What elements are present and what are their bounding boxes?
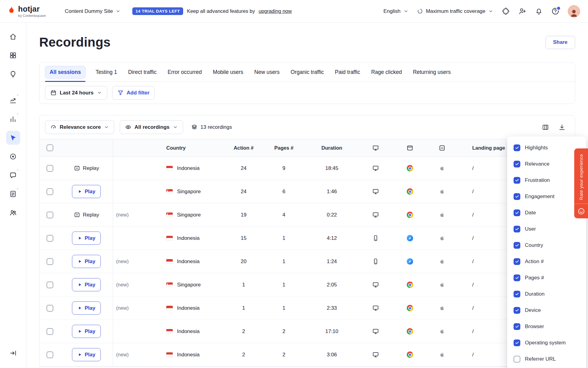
checkbox-checked-icon[interactable] xyxy=(514,339,520,346)
table-row[interactable]: PlaySingapore2461:46/ xyxy=(40,180,575,203)
table-row[interactable]: ReplayIndonesia24918:45/ xyxy=(40,157,575,180)
column-toggle-referrer-url[interactable]: Referrer URL xyxy=(507,351,586,367)
sidebar-item-feedback[interactable] xyxy=(6,168,20,182)
sidebar-collapse-button[interactable] xyxy=(6,346,20,360)
column-toggle-user[interactable]: User xyxy=(507,221,586,237)
checkbox-checked-icon[interactable] xyxy=(514,274,520,281)
column-toggle-country[interactable]: Country xyxy=(507,237,586,253)
sidebar-item-dashboard[interactable] xyxy=(6,48,20,62)
column-toggle-action[interactable]: Action # xyxy=(507,253,586,270)
play-button[interactable]: Play xyxy=(72,232,101,245)
column-toggle-operating-system[interactable]: Operating system xyxy=(507,335,586,351)
column-toggle-device[interactable]: Device xyxy=(507,302,586,318)
row-checkbox[interactable] xyxy=(47,328,53,335)
row-checkbox[interactable] xyxy=(47,258,53,265)
column-header-actions[interactable]: Action # xyxy=(226,139,261,156)
row-checkbox[interactable] xyxy=(47,235,53,242)
checkbox-checked-icon[interactable] xyxy=(514,209,520,216)
sidebar-item-home[interactable] xyxy=(6,29,20,44)
manage-columns-button[interactable] xyxy=(542,124,549,131)
column-header-device[interactable] xyxy=(357,139,394,156)
notifications-button[interactable] xyxy=(535,7,543,15)
tab-rage-clicked[interactable]: Rage clicked xyxy=(370,63,403,82)
row-checkbox[interactable] xyxy=(47,305,53,312)
column-header-country[interactable]: Country xyxy=(160,139,226,156)
checkbox-checked-icon[interactable] xyxy=(514,291,520,297)
play-button[interactable]: Play xyxy=(72,325,101,338)
select-all-checkbox[interactable] xyxy=(47,144,53,151)
checkbox-checked-icon[interactable] xyxy=(514,307,520,314)
account-avatar[interactable] xyxy=(568,5,580,17)
share-button[interactable]: Share xyxy=(545,36,575,49)
site-selector[interactable]: Content Dummy Site xyxy=(65,8,121,14)
recordings-visibility-button[interactable]: All recordings xyxy=(120,120,183,134)
sidebar-item-heatmaps[interactable] xyxy=(6,149,20,163)
row-checkbox[interactable] xyxy=(47,282,53,288)
invite-user-button[interactable] xyxy=(518,7,526,15)
row-checkbox[interactable] xyxy=(47,188,53,195)
row-checkbox[interactable] xyxy=(47,212,53,218)
checkbox-checked-icon[interactable] xyxy=(514,323,520,330)
traffic-coverage-selector[interactable]: Maximum traffic coverage xyxy=(417,8,493,14)
column-header-os[interactable]: OS xyxy=(426,139,458,156)
sidebar-item-insights[interactable] xyxy=(6,67,20,81)
checkbox-checked-icon[interactable] xyxy=(514,242,520,249)
safari-icon xyxy=(407,258,413,265)
replay-button[interactable]: Replay xyxy=(74,165,99,171)
sidebar-item-users[interactable] xyxy=(6,205,20,220)
play-button[interactable]: Play xyxy=(72,255,101,268)
language-selector[interactable]: English xyxy=(383,8,409,14)
play-button[interactable]: Play xyxy=(72,278,101,291)
table-row[interactable]: Play(new)Singapore112:05/ xyxy=(40,273,575,297)
column-header-pages[interactable]: Pages # xyxy=(261,139,307,156)
tab-error-occurred[interactable]: Error occurred xyxy=(167,63,203,82)
column-toggle-browser[interactable]: Browser xyxy=(507,318,586,335)
tab-testing-1[interactable]: Testing 1 xyxy=(95,63,118,82)
checkbox-checked-icon[interactable] xyxy=(514,161,520,167)
checkbox-checked-icon[interactable] xyxy=(514,177,520,184)
download-button[interactable] xyxy=(558,124,566,131)
sidebar-item-funnels[interactable] xyxy=(6,112,20,126)
date-range-button[interactable]: Last 24 hours xyxy=(45,86,107,100)
sidebar-item-recordings[interactable] xyxy=(6,131,20,145)
tab-all-sessions[interactable]: All sessions xyxy=(45,63,85,82)
play-button[interactable]: Play xyxy=(72,185,101,198)
table-row[interactable]: PlayIndonesia1514:12/ xyxy=(40,227,575,250)
feedback-widget[interactable]: Rate your experience xyxy=(574,148,588,218)
hotjar-logo[interactable]: hotjar by Contentsquare xyxy=(7,5,46,17)
add-filter-button[interactable]: Add filter xyxy=(112,86,155,100)
checkbox-checked-icon[interactable] xyxy=(514,226,520,232)
tab-mobile-users[interactable]: Mobile users xyxy=(212,63,244,82)
play-button[interactable]: Play xyxy=(72,348,101,361)
upgrade-link[interactable]: upgrading now xyxy=(258,8,292,14)
sort-by-button[interactable]: Relevance score xyxy=(45,120,114,134)
row-checkbox[interactable] xyxy=(47,165,53,172)
tab-returning-users[interactable]: Returning users xyxy=(412,63,452,82)
sidebar-item-trends[interactable] xyxy=(6,93,20,107)
play-button[interactable]: Play xyxy=(72,301,101,315)
table-row[interactable]: Replay(new)Singapore1940:22/ xyxy=(40,203,575,227)
checkbox-unchecked-icon[interactable] xyxy=(514,356,520,362)
tab-organic-traffic[interactable]: Organic traffic xyxy=(290,63,325,82)
checkbox-checked-icon[interactable] xyxy=(514,258,520,265)
column-header-browser[interactable] xyxy=(394,139,426,156)
tab-new-users[interactable]: New users xyxy=(253,63,281,82)
user-cell xyxy=(113,157,160,180)
column-toggle-pages[interactable]: Pages # xyxy=(507,270,586,286)
column-header-duration[interactable]: Duration xyxy=(307,139,357,156)
row-checkbox[interactable] xyxy=(47,351,53,358)
replay-button[interactable]: Replay xyxy=(74,212,99,218)
table-row[interactable]: Play(new)Indonesia2011:24/ xyxy=(40,250,575,273)
column-toggle-duration[interactable]: Duration xyxy=(507,286,586,302)
tab-paid-traffic[interactable]: Paid traffic xyxy=(334,63,361,82)
integrations-button[interactable] xyxy=(502,7,510,15)
checkbox-checked-icon[interactable] xyxy=(514,193,520,200)
sidebar-item-surveys[interactable] xyxy=(6,187,20,201)
table-row[interactable]: Play(new)Indonesia112:33/ xyxy=(40,297,575,320)
table-row[interactable]: Play(new)Indonesia223:06/ xyxy=(40,343,575,366)
help-button[interactable] xyxy=(551,7,560,15)
table-row[interactable]: PlayIndonesia2217:10/ xyxy=(40,320,575,343)
checkbox-checked-icon[interactable] xyxy=(514,144,520,151)
play-icon xyxy=(77,189,82,194)
tab-direct-traffic[interactable]: Direct traffic xyxy=(127,63,157,82)
